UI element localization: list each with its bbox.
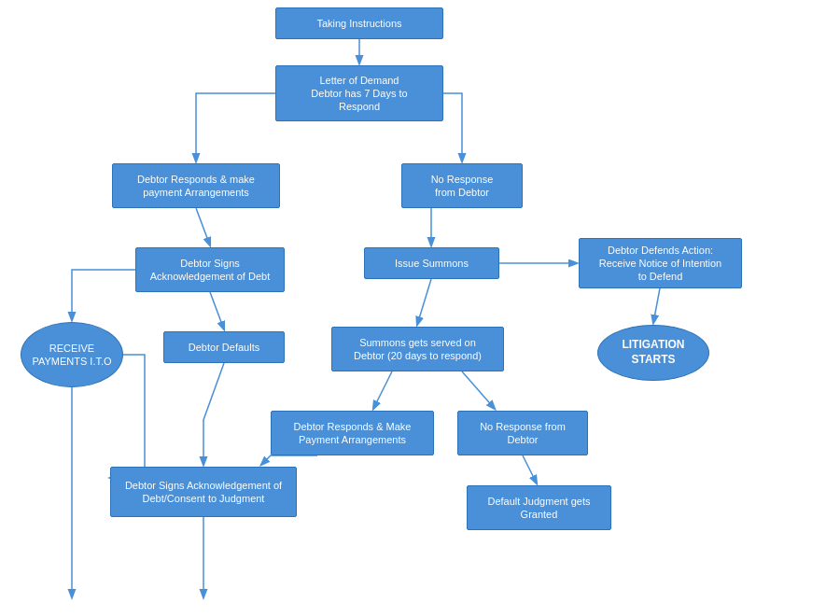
flowchart-node-n3: Debtor Responds & makepayment Arrangemen… [112, 163, 280, 208]
flowchart-node-n14: Debtor Signs Acknowledgement ofDebt/Cons… [110, 467, 297, 517]
svg-line-9 [523, 455, 537, 483]
flowchart-node-n2: Letter of DemandDebtor has 7 Days toResp… [275, 65, 443, 121]
svg-line-5 [417, 279, 431, 325]
flowchart-node-n12: Debtor Responds & MakePayment Arrangemen… [271, 411, 434, 455]
flowchart-node-n4: No Responsefrom Debtor [401, 163, 523, 208]
svg-line-6 [653, 288, 660, 323]
svg-line-7 [373, 371, 392, 409]
flowchart-node-n13: No Response fromDebtor [457, 411, 588, 455]
flowchart-node-n7: Debtor Defends Action:Receive Notice of … [579, 238, 742, 288]
svg-line-8 [462, 371, 495, 409]
flowchart-node-n10: Summons gets served onDebtor (20 days to… [331, 327, 504, 371]
svg-line-1 [196, 208, 210, 245]
flowchart-node-n15: Default Judgment getsGranted [467, 485, 611, 530]
flowchart-node-n9: Debtor Defaults [163, 331, 285, 363]
flowchart-node-n6: Issue Summons [364, 247, 499, 279]
flowchart-node-n11: LITIGATIONSTARTS [597, 325, 709, 381]
flowchart-node-n1: Taking Instructions [275, 7, 443, 39]
flowchart-node-n5: Debtor SignsAcknowledgement of Debt [135, 247, 285, 292]
flowchart-container: Taking InstructionsLetter of DemandDebto… [0, 0, 840, 616]
flowchart-node-n8: RECEIVEPAYMENTS I.T.O [21, 322, 123, 387]
svg-line-3 [210, 292, 224, 329]
